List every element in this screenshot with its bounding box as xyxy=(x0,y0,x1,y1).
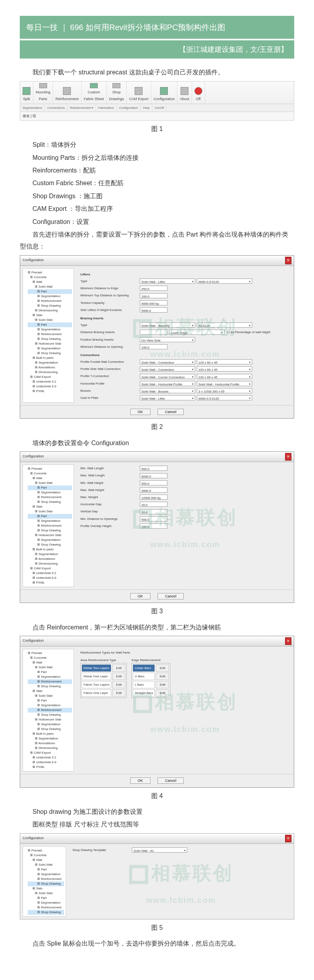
text-input[interactable]: 20.0 xyxy=(140,502,167,507)
tree-item[interactable]: ⊞ Built in parts xyxy=(28,547,72,552)
text-input[interactable] xyxy=(140,330,167,335)
table-row[interactable]: Fabric Two LayersEdit xyxy=(82,681,126,688)
mounting-parts-button[interactable]: Mounting Parts xyxy=(33,82,53,104)
tree-item[interactable]: ⊞ PXML xyxy=(28,580,72,585)
tree-item[interactable]: ⊞ Concrete xyxy=(28,656,72,660)
tree-item[interactable]: ⊞ Solid Wall xyxy=(28,665,72,670)
tree-item[interactable]: ⊞ Segmentation xyxy=(28,346,72,351)
dropdown[interactable]: Solid Wall - Horizontal Profile xyxy=(197,381,252,386)
cam-export-button[interactable]: CAM Export xyxy=(127,82,151,104)
text-input[interactable]: 100.0 xyxy=(140,523,167,529)
tree-item[interactable]: ⊞ Shop Drawing xyxy=(28,684,72,689)
dropdown[interactable]: Solid Wall - Connection xyxy=(140,359,195,364)
tree-item[interactable]: ⊞ Unitechnik 5.2 xyxy=(28,379,72,384)
tree-item[interactable]: ⊞ Segmentation xyxy=(28,490,72,495)
edit-button[interactable]: Edit xyxy=(112,673,126,680)
dropdown[interactable]: 120 x 60 x 45 xyxy=(197,374,252,379)
dropdown[interactable]: 50-0120 xyxy=(197,322,252,328)
tree-item[interactable]: ⊞ Unitechnik 6.0 xyxy=(28,384,72,389)
tree-item[interactable]: ⊞ Shop Drawing xyxy=(28,303,72,308)
tree-item[interactable]: ⊞ Reinforcement xyxy=(28,299,72,303)
tree-item[interactable]: ⊞ PXML xyxy=(28,389,72,394)
tree-item[interactable]: ⊞ Wall xyxy=(28,476,72,481)
close-icon[interactable]: ✕ xyxy=(285,257,291,264)
shop-drawing-template-select[interactable]: Solid Wall - A1 xyxy=(132,847,187,853)
text-input[interactable]: 100.0 xyxy=(140,293,167,298)
text-input[interactable]: 3800.0 xyxy=(140,487,167,493)
close-icon[interactable]: ✕ xyxy=(285,835,291,842)
ok-button[interactable]: OK xyxy=(130,777,150,784)
tree-item[interactable]: ⊞ Solid Slab xyxy=(28,694,72,698)
tree-item[interactable]: ⊞ Segmentation xyxy=(28,722,72,727)
tree-item[interactable]: ⊞ Shop Drawing xyxy=(28,713,72,717)
tree-item[interactable]: ⊞ Unitechnik 5.2 xyxy=(28,755,72,760)
table-row[interactable]: Straight BarsEdit xyxy=(133,689,169,697)
tree-item[interactable]: ⊞ Segmentation xyxy=(28,736,72,741)
tree-item[interactable]: ⊞ Unitechnik 6.0 xyxy=(28,760,72,765)
tree-item[interactable]: ⊞ CAM Export xyxy=(28,751,72,755)
tree-item[interactable]: ⊞ Wall xyxy=(28,280,72,284)
tree-item[interactable]: ⊞ Part xyxy=(28,670,72,675)
tree-item[interactable]: ⊞ Dimensioning xyxy=(28,561,72,566)
tree-item[interactable]: ⊞ Annotations xyxy=(28,557,72,561)
text-input[interactable]: 500.0 xyxy=(140,516,167,521)
table-row[interactable]: Linear BarsEdit xyxy=(133,664,169,672)
text-input[interactable]: 8000.0 xyxy=(140,473,167,478)
tree-item[interactable]: ⊞ Segmentation xyxy=(28,703,72,708)
tree-panel[interactable]: ⊞ Precast⊞ Concrete⊞ Wall⊞ Solid Wall⊞ P… xyxy=(23,649,74,771)
tree-item[interactable]: ⊞ Solid Wall xyxy=(28,284,72,289)
tree-panel[interactable]: ⊞ Precast⊞ Concrete⊞ Wall⊞ Solid Wall⊞ P… xyxy=(23,268,74,403)
edit-button[interactable]: Edit xyxy=(112,681,126,688)
dropdown[interactable]: On View Side xyxy=(140,337,195,342)
tree-item[interactable]: ⊞ Unitechnik 6.0 xyxy=(28,576,72,580)
dropdown[interactable]: 120 x 60 x 45 xyxy=(197,366,252,372)
tree-item[interactable]: ⊞ Dimensioning xyxy=(28,308,72,313)
tree-item[interactable]: ⊞ Shop Drawing xyxy=(28,500,72,504)
close-icon[interactable]: ✕ xyxy=(285,453,291,461)
tree-item[interactable]: ⊞ Segmentation xyxy=(28,360,72,365)
close-icon[interactable]: ✕ xyxy=(285,637,291,645)
off-button[interactable]: Off xyxy=(192,82,205,104)
tree-item[interactable]: ⊞ Precast xyxy=(28,848,64,853)
dropdown[interactable]: 120 x 60 x 45 xyxy=(197,359,252,364)
edit-button[interactable]: Edit xyxy=(156,689,169,697)
tree-item[interactable]: ⊞ Concrete xyxy=(28,471,72,476)
tree-item[interactable]: ⊞ Solid Slab xyxy=(28,318,72,322)
shop-drawings-button[interactable]: Shop Drawings xyxy=(107,82,127,104)
edit-button[interactable]: Edit xyxy=(112,664,126,672)
tree-item[interactable]: ⊞ Shop Drawing xyxy=(28,528,72,533)
configuration-button[interactable]: Configuration xyxy=(151,82,178,104)
dropdown[interactable]: Solid Wall - Lifter xyxy=(140,395,195,400)
edit-button[interactable]: Edit xyxy=(156,664,169,672)
split-button[interactable]: Split xyxy=(20,82,33,104)
tree-panel[interactable]: ⊞ Precast⊞ Concrete⊞ Wall⊞ Solid Wall⊞ P… xyxy=(23,846,66,917)
text-input[interactable]: 20.0 xyxy=(140,509,167,514)
tree-item[interactable]: ⊞ Segmentation xyxy=(28,675,72,679)
tree-item[interactable]: ⊞ Shop Drawing xyxy=(28,881,64,886)
tree-item[interactable]: ⊞ Shop Drawing xyxy=(28,910,64,915)
edit-button[interactable]: Edit xyxy=(112,689,126,697)
tree-item[interactable]: ⊞ Segmentation xyxy=(28,519,72,523)
tree-item[interactable]: ⊞ CAM Export xyxy=(28,375,72,379)
tree-item[interactable]: ⊞ Segmentation xyxy=(28,327,72,332)
tree-item[interactable]: ⊞ Shop Drawing xyxy=(28,727,72,732)
tree-item[interactable]: ⊞ Solid Wall xyxy=(28,862,64,867)
tree-item[interactable]: ⊞ Segmentation xyxy=(28,900,64,905)
tree-item[interactable]: ⊞ Precast xyxy=(28,466,72,471)
dropdown[interactable]: 0000-0.5-0120 xyxy=(197,395,252,400)
table-row[interactable]: L BarsEdit xyxy=(133,681,169,688)
table-row[interactable]: Rebar One LayerEdit xyxy=(82,673,126,680)
tree-item[interactable]: ⊞ Annotations xyxy=(28,365,72,370)
cancel-button[interactable]: Cancel xyxy=(158,777,184,784)
tree-item[interactable]: ⊞ Shop Drawing xyxy=(28,542,72,547)
tree-item[interactable]: ⊞ Segmentation xyxy=(28,552,72,557)
tree-item[interactable]: ⊞ Slab xyxy=(28,504,72,509)
table-row[interactable]: Rebar Two LayersEdit xyxy=(82,664,126,672)
cancel-button[interactable]: Cancel xyxy=(158,409,184,415)
table-row[interactable]: U BarsEdit xyxy=(133,673,169,680)
text-input[interactable]: 500.0 xyxy=(140,480,167,485)
text-input[interactable]: 4000.000 kg xyxy=(140,300,167,305)
tree-item[interactable]: ⊞ Segmentation xyxy=(28,294,72,299)
text-input[interactable]: 500.0 xyxy=(140,466,167,471)
ok-button[interactable]: OK xyxy=(130,409,150,415)
